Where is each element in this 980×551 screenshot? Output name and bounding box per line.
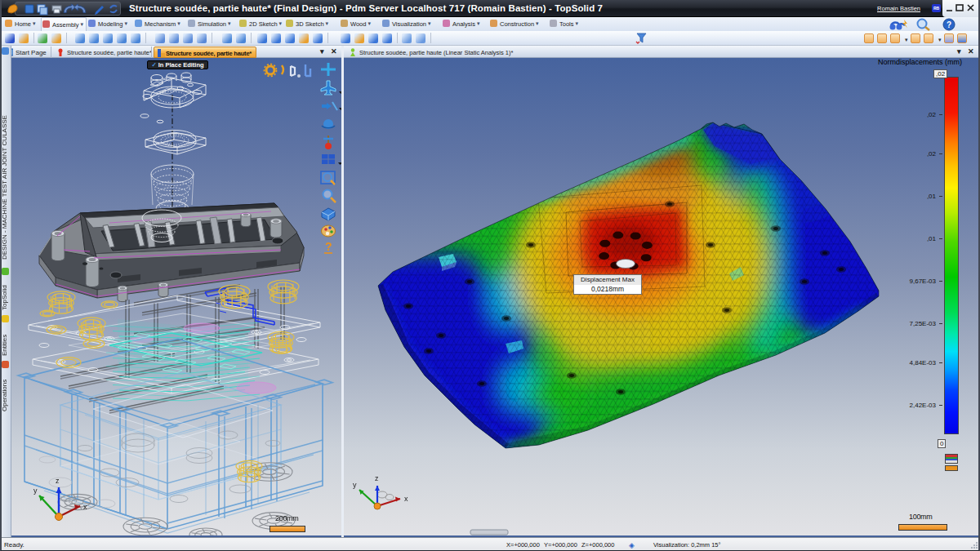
- svg-text:z: z: [375, 474, 379, 482]
- svg-text:?: ?: [325, 240, 332, 253]
- svg-text:x: x: [404, 495, 408, 503]
- svg-text:?: ?: [947, 20, 951, 29]
- svg-text:y: y: [353, 481, 357, 489]
- svg-text:z: z: [56, 477, 60, 485]
- svg-text:x: x: [83, 503, 87, 511]
- svg-text:y: y: [33, 487, 38, 495]
